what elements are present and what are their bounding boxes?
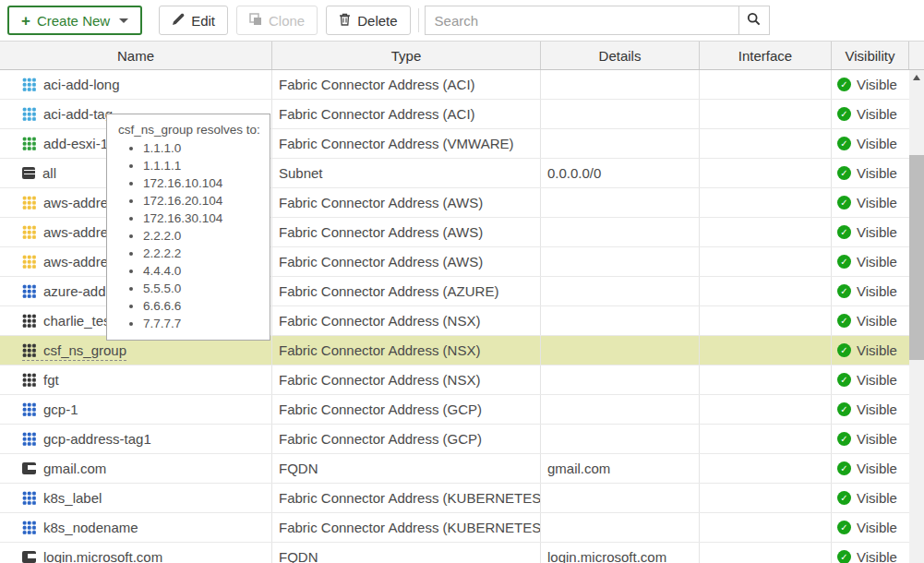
address-name: gcp-1 xyxy=(43,401,78,417)
column-header-name[interactable]: Name xyxy=(0,42,272,69)
details-cell xyxy=(541,218,700,246)
edit-label: Edit xyxy=(191,13,215,29)
visibility-cell: ✓ Visible xyxy=(832,425,909,453)
address-name: all xyxy=(42,165,56,181)
address-row[interactable]: gcp-1 Fabric Connector Address (GCP) ✓ V… xyxy=(0,395,909,425)
address-name: charlie_test xyxy=(43,313,114,329)
column-header-spacer xyxy=(909,42,924,69)
interface-cell xyxy=(700,306,832,335)
address-row[interactable]: k8s_nodename Fabric Connector Address (K… xyxy=(0,513,909,543)
details-cell xyxy=(541,484,700,512)
interface-cell xyxy=(700,159,832,187)
name-cell: fgt xyxy=(0,365,272,394)
column-header-visibility[interactable]: Visibility xyxy=(832,42,909,69)
type-cell: Fabric Connector Address (AWS) xyxy=(272,188,541,217)
visibility-label: Visible xyxy=(857,461,897,476)
address-row[interactable]: fgt Fabric Connector Address (NSX) ✓ Vis… xyxy=(0,365,909,395)
interface-cell xyxy=(700,129,832,158)
visibility-label: Visible xyxy=(857,224,897,240)
tooltip-ip: 4.4.4.0 xyxy=(143,262,262,280)
details-cell xyxy=(541,247,700,276)
scroll-up-arrow[interactable] xyxy=(909,70,924,85)
visible-check-icon: ✓ xyxy=(837,255,851,269)
edit-button[interactable]: Edit xyxy=(159,6,228,35)
visibility-label: Visible xyxy=(857,283,897,299)
dots-icon xyxy=(22,225,36,239)
subnet-icon xyxy=(22,167,35,179)
address-row[interactable]: login.microsoft.com FQDN login.microsoft… xyxy=(0,543,909,563)
visibility-label: Visible xyxy=(857,490,897,506)
tooltip-ip: 1.1.1.0 xyxy=(143,139,262,157)
interface-cell xyxy=(700,425,832,453)
visibility-cell: ✓ Visible xyxy=(832,218,909,246)
visibility-label: Visible xyxy=(857,372,897,388)
visibility-cell: ✓ Visible xyxy=(832,188,909,217)
address-row[interactable]: gcp-address-tag1 Fabric Connector Addres… xyxy=(0,425,909,454)
address-row[interactable]: gmail.com FQDN gmail.com ✓ Visible xyxy=(0,454,909,484)
visible-check-icon: ✓ xyxy=(837,402,851,416)
visibility-label: Visible xyxy=(857,254,897,270)
search-box xyxy=(425,6,770,35)
dots-icon xyxy=(22,314,36,328)
address-row[interactable]: aci-add-long Fabric Connector Address (A… xyxy=(0,70,909,100)
visibility-cell: ✓ Visible xyxy=(832,277,909,305)
tooltip-ip: 5.5.5.0 xyxy=(143,280,262,297)
delete-button[interactable]: Delete xyxy=(326,6,410,35)
visibility-cell: ✓ Visible xyxy=(832,336,909,365)
scrollbar-thumb[interactable] xyxy=(909,155,924,360)
tooltip-ip: 172.16.30.104 xyxy=(143,210,262,227)
visible-check-icon: ✓ xyxy=(837,491,851,505)
dots-icon xyxy=(22,491,36,505)
search-input[interactable] xyxy=(425,6,739,35)
interface-cell xyxy=(700,454,832,483)
dots-icon xyxy=(22,196,36,210)
tooltip-ip: 6.6.6.6 xyxy=(143,297,262,315)
interface-cell xyxy=(700,100,832,128)
dots-icon xyxy=(22,343,36,357)
type-cell: Fabric Connector Address (AWS) xyxy=(272,247,541,276)
details-cell xyxy=(541,395,700,424)
visible-check-icon: ✓ xyxy=(837,373,851,387)
fqdn-icon xyxy=(22,551,36,563)
visibility-cell: ✓ Visible xyxy=(832,247,909,276)
details-cell xyxy=(541,100,700,128)
create-new-button[interactable]: + Create New xyxy=(7,6,142,35)
column-header-details[interactable]: Details xyxy=(541,42,700,69)
type-cell: Fabric Connector Address (KUBERNETES) xyxy=(272,513,541,542)
vertical-scrollbar[interactable] xyxy=(909,70,924,563)
interface-cell xyxy=(700,365,832,394)
delete-label: Delete xyxy=(357,13,397,29)
details-cell xyxy=(541,188,700,217)
type-cell: Fabric Connector Address (NSX) xyxy=(272,336,541,365)
name-cell: aci-add-long xyxy=(0,70,272,99)
dots-icon xyxy=(22,107,36,121)
details-cell: gmail.com xyxy=(541,454,700,483)
visible-check-icon: ✓ xyxy=(837,521,851,534)
address-name: csf_ns_group xyxy=(43,342,126,358)
pencil-icon xyxy=(172,13,185,29)
interface-cell xyxy=(700,336,832,365)
address-name: add-esxi-1 xyxy=(43,136,108,151)
details-cell: login.microsoft.com xyxy=(541,543,700,563)
tooltip-ip: 172.16.20.104 xyxy=(143,192,262,210)
visible-check-icon: ✓ xyxy=(837,343,851,357)
details-cell xyxy=(541,365,700,394)
name-cell: k8s_nodename xyxy=(0,513,272,542)
search-button[interactable] xyxy=(739,6,770,35)
interface-cell xyxy=(700,484,832,512)
visible-check-icon: ✓ xyxy=(837,225,851,239)
visible-check-icon: ✓ xyxy=(837,78,851,91)
visibility-cell: ✓ Visible xyxy=(832,306,909,335)
column-header-interface[interactable]: Interface xyxy=(700,42,832,69)
column-header-type[interactable]: Type xyxy=(272,42,541,69)
visible-check-icon: ✓ xyxy=(837,461,851,475)
dots-icon xyxy=(22,255,36,269)
plus-icon: + xyxy=(21,13,30,29)
type-cell: Fabric Connector Address (VMWARE) xyxy=(272,129,541,158)
clone-button[interactable]: Clone xyxy=(236,6,318,35)
details-cell xyxy=(541,513,700,542)
clone-label: Clone xyxy=(269,13,305,29)
address-row[interactable]: k8s_label Fabric Connector Address (KUBE… xyxy=(0,484,909,513)
name-cell: gmail.com xyxy=(0,454,272,483)
details-cell xyxy=(541,277,700,305)
